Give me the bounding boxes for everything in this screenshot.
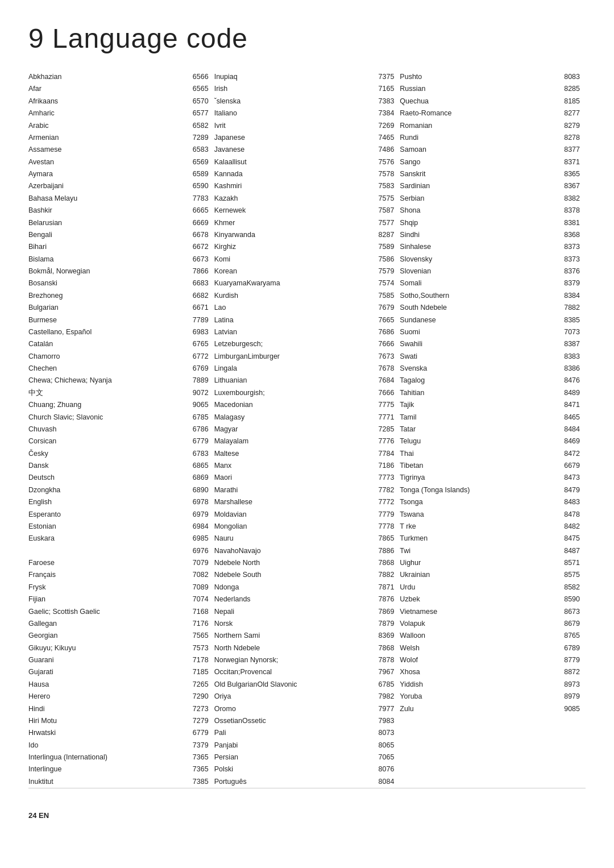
language-name: Amharic <box>28 108 188 119</box>
language-code: 8084 <box>374 776 394 787</box>
language-name: Bahasa Melayu <box>28 193 188 204</box>
language-code: 8571 <box>559 558 580 568</box>
language-code: 6583 <box>188 144 209 155</box>
list-item: Lao7679 <box>214 302 395 314</box>
language-code: 6682 <box>188 290 209 301</box>
language-name: Bulgarian <box>28 302 188 313</box>
language-name: Ndonga <box>214 582 374 593</box>
language-code: 9085 <box>559 704 580 715</box>
language-name: Sindhi <box>400 230 559 240</box>
list-item: Marshallese7772 <box>214 496 395 508</box>
list-item: Shqip8381 <box>400 217 580 229</box>
language-name: Estonian <box>28 521 188 532</box>
language-name: Chuang; Zhuang <box>28 400 188 410</box>
language-code: 7576 <box>374 157 394 168</box>
language-code: 6985 <box>188 533 209 544</box>
list-item: Azerbaijani6590 <box>28 180 209 192</box>
language-code: 6683 <box>188 278 209 289</box>
language-name: Welsh <box>400 643 559 654</box>
language-code: 8679 <box>559 618 580 629</box>
list-item: Catalán6765 <box>28 338 209 350</box>
language-name: Nauru <box>214 533 374 544</box>
language-code: 8382 <box>559 193 580 204</box>
list-item: Français7082 <box>28 569 209 581</box>
language-name: Malagasy <box>214 412 374 423</box>
language-name: Brezhoneg <box>28 290 188 301</box>
list-item: Kernewek7587 <box>214 205 395 217</box>
list-item: Chamorro6772 <box>28 351 209 363</box>
language-name: Twi <box>400 546 559 556</box>
language-name: Dansk <box>28 460 188 471</box>
list-item: Khmer7577 <box>214 217 395 229</box>
list-item: Korean7579 <box>214 265 395 277</box>
language-name: Interlingue <box>28 764 188 775</box>
list-item: Kurdish7585 <box>214 290 395 302</box>
language-code: 8590 <box>559 594 580 605</box>
list-item: Frysk7089 <box>28 582 209 593</box>
language-name: Irish <box>214 84 374 94</box>
language-name: Bislama <box>28 254 188 265</box>
language-name: Russian <box>400 84 559 94</box>
list-item: Russian8285 <box>400 83 580 95</box>
list-item: Tigrinya8473 <box>400 472 580 484</box>
list-item: English6978 <box>28 496 209 508</box>
list-item: Bengali6678 <box>28 229 209 241</box>
language-name: Guarani <box>28 655 188 666</box>
language-name: Old BulgarianOld Slavonic <box>214 679 374 690</box>
list-item: Macedonian7775 <box>214 399 395 411</box>
list-item: Yiddish8973 <box>400 679 580 691</box>
language-name: Kirghiz <box>214 242 374 252</box>
language-code: 7679 <box>374 302 394 313</box>
language-code: 6772 <box>188 351 209 362</box>
list-item: ˇslenska7383 <box>214 95 395 107</box>
language-name: South Ndebele <box>400 302 559 313</box>
language-code: 6765 <box>188 339 209 350</box>
language-code: 7579 <box>374 266 394 277</box>
language-code: 6672 <box>188 242 209 252</box>
language-code: 7878 <box>374 655 394 666</box>
language-name: Bosanski <box>28 278 188 289</box>
list-item: T rke8482 <box>400 521 580 533</box>
language-code: 7771 <box>374 412 394 423</box>
list-item: Sardinian8367 <box>400 180 580 192</box>
list-item: Malagasy7771 <box>214 412 395 423</box>
language-name: Hrwatski <box>28 728 188 738</box>
list-item: Volapuk8679 <box>400 618 580 630</box>
list-item: Latvian7686 <box>214 326 395 338</box>
list-item: Tonga (Tonga Islands)8479 <box>400 484 580 496</box>
language-code: 7868 <box>374 558 394 568</box>
language-name: Northern Sami <box>214 630 374 641</box>
language-name: Moldavian <box>214 509 374 520</box>
list-item: OssetianOssetic7983 <box>214 715 395 727</box>
language-code: 7365 <box>188 764 209 775</box>
list-item: Hrwatski6779 <box>28 727 209 739</box>
language-name: Marshallese <box>214 497 374 508</box>
list-item: Interlingua (International)7365 <box>28 751 209 763</box>
list-item: Irish7165 <box>214 83 395 95</box>
language-code: 7089 <box>188 582 209 593</box>
list-item: Oromo7977 <box>214 703 395 715</box>
language-name: Tamil <box>400 412 559 423</box>
language-code: 7772 <box>374 497 394 508</box>
list-item: Guarani7178 <box>28 654 209 666</box>
language-code: 8482 <box>559 521 580 532</box>
list-item: Somali8379 <box>400 277 580 289</box>
language-name: Bengali <box>28 230 188 240</box>
language-code: 7375 <box>374 72 394 82</box>
list-item: Italiano7384 <box>214 107 395 119</box>
language-code: 6577 <box>188 108 209 119</box>
list-item: 中文9072 <box>28 387 209 399</box>
language-code: 7465 <box>374 132 394 143</box>
language-code: 7587 <box>374 205 394 216</box>
language-code: 7789 <box>188 315 209 326</box>
language-code: 7486 <box>374 144 394 155</box>
language-code: 6779 <box>188 436 209 447</box>
language-name: Turkmen <box>400 533 559 544</box>
list-item: Burmese7789 <box>28 314 209 326</box>
list-item: Castellano, Español6983 <box>28 326 209 338</box>
language-name: Kazakh <box>214 193 374 204</box>
language-code: 6978 <box>188 497 209 508</box>
list-item: Javanese7486 <box>214 144 395 156</box>
language-code: 7779 <box>374 509 394 520</box>
language-code: 7665 <box>374 315 394 326</box>
